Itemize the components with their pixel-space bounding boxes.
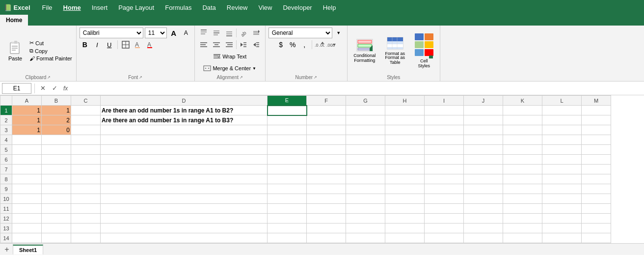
cell-H14[interactable] — [385, 233, 425, 243]
cell-F8[interactable] — [307, 174, 346, 184]
cell-K5[interactable] — [503, 145, 542, 155]
cell-G1[interactable] — [346, 106, 385, 115]
row-header-13[interactable]: 13 — [0, 223, 12, 233]
cell-E10[interactable] — [268, 194, 307, 204]
bold-button[interactable]: B — [80, 39, 90, 50]
cell-F4[interactable] — [307, 135, 346, 145]
cell-A4[interactable] — [12, 135, 42, 145]
font-expand-icon[interactable]: ↗ — [139, 75, 142, 80]
cell-B11[interactable] — [42, 204, 71, 214]
add-sheet-button[interactable]: + — [2, 245, 12, 254]
col-header-E[interactable]: E — [268, 96, 307, 106]
cell-H9[interactable] — [385, 184, 425, 194]
cell-M7[interactable] — [582, 165, 611, 174]
cell-C5[interactable] — [71, 145, 101, 155]
cell-I5[interactable] — [425, 145, 464, 155]
cell-H3[interactable] — [385, 125, 425, 135]
format-as-table-button[interactable]: Format as Format as Table — [381, 35, 409, 66]
cell-H13[interactable] — [385, 223, 425, 233]
cell-K11[interactable] — [503, 204, 542, 214]
cell-F10[interactable] — [307, 194, 346, 204]
middle-align-button[interactable] — [211, 28, 222, 38]
cell-I10[interactable] — [425, 194, 464, 204]
cell-H6[interactable] — [385, 155, 425, 165]
cell-F13[interactable] — [307, 223, 346, 233]
cell-B7[interactable] — [42, 165, 71, 174]
cell-B10[interactable] — [42, 194, 71, 204]
formula-input[interactable] — [72, 83, 642, 94]
tab-home[interactable]: Home — [0, 15, 28, 26]
cell-G4[interactable] — [346, 135, 385, 145]
cell-M5[interactable] — [582, 145, 611, 155]
cell-L2[interactable] — [542, 115, 582, 125]
merge-center-dropdown-icon[interactable]: ▼ — [252, 66, 256, 71]
cell-D6[interactable] — [101, 155, 268, 165]
cell-G8[interactable] — [346, 174, 385, 184]
row-header-6[interactable]: 6 — [0, 155, 12, 165]
cell-C12[interactable] — [71, 214, 101, 223]
clipboard-expand-icon[interactable]: ↗ — [47, 75, 51, 80]
font-size-select[interactable]: 11 — [145, 28, 167, 38]
cell-A10[interactable] — [12, 194, 42, 204]
cut-button[interactable]: ✂ Cut — [28, 39, 73, 47]
cell-J4[interactable] — [464, 135, 503, 145]
sheet-tab-sheet1[interactable]: Sheet1 — [13, 245, 43, 254]
cell-H12[interactable] — [385, 214, 425, 223]
cell-C9[interactable] — [71, 184, 101, 194]
number-format-select[interactable]: General — [268, 28, 332, 38]
number-expand-icon[interactable]: ↗ — [314, 75, 317, 80]
cell-I8[interactable] — [425, 174, 464, 184]
cell-K13[interactable] — [503, 223, 542, 233]
cell-F3[interactable] — [307, 125, 346, 135]
cell-C4[interactable] — [71, 135, 101, 145]
cell-F7[interactable] — [307, 165, 346, 174]
cell-C10[interactable] — [71, 194, 101, 204]
row-header-9[interactable]: 9 — [0, 184, 12, 194]
font-name-select[interactable]: Calibri — [80, 28, 143, 38]
col-header-G[interactable]: G — [346, 96, 385, 106]
menu-formulas[interactable]: Formulas — [163, 3, 193, 12]
cell-K14[interactable] — [503, 233, 542, 243]
cell-G3[interactable] — [346, 125, 385, 135]
cell-B13[interactable] — [42, 223, 71, 233]
spreadsheet-grid[interactable]: ABCDEFGHIJKLM111Are there an odd number … — [0, 95, 644, 243]
cell-H4[interactable] — [385, 135, 425, 145]
right-align-button[interactable] — [223, 39, 235, 50]
menu-view[interactable]: View — [256, 3, 274, 12]
cell-styles-button[interactable]: Cell Styles — [411, 31, 437, 70]
cell-D13[interactable] — [101, 223, 268, 233]
cell-I2[interactable] — [425, 115, 464, 125]
fill-color-button[interactable]: A — [133, 39, 143, 50]
menu-file[interactable]: File — [40, 3, 54, 12]
cell-G9[interactable] — [346, 184, 385, 194]
cell-B2[interactable]: 2 — [42, 115, 71, 125]
cell-M14[interactable] — [582, 233, 611, 243]
cell-M1[interactable] — [582, 106, 611, 115]
cell-H7[interactable] — [385, 165, 425, 174]
row-header-12[interactable]: 12 — [0, 214, 12, 223]
cell-K10[interactable] — [503, 194, 542, 204]
cell-C13[interactable] — [71, 223, 101, 233]
cell-H5[interactable] — [385, 145, 425, 155]
cell-I9[interactable] — [425, 184, 464, 194]
row-header-1[interactable]: 1 — [0, 106, 12, 115]
cell-J10[interactable] — [464, 194, 503, 204]
col-header-K[interactable]: K — [503, 96, 542, 106]
formula-cancel-button[interactable]: ✕ — [38, 84, 48, 93]
cell-M13[interactable] — [582, 223, 611, 233]
cell-L14[interactable] — [542, 233, 582, 243]
alignment-expand-icon[interactable]: ↗ — [240, 75, 243, 80]
cell-J5[interactable] — [464, 145, 503, 155]
col-header-M[interactable]: M — [582, 96, 611, 106]
cell-J8[interactable] — [464, 174, 503, 184]
cell-A13[interactable] — [12, 223, 42, 233]
row-header-11[interactable]: 11 — [0, 204, 12, 214]
cell-G14[interactable] — [346, 233, 385, 243]
cell-D8[interactable] — [101, 174, 268, 184]
cell-B12[interactable] — [42, 214, 71, 223]
col-header-A[interactable]: A — [12, 96, 42, 106]
menu-review[interactable]: Review — [225, 3, 250, 12]
wrap-text-button[interactable]: Wrap Text — [211, 51, 249, 62]
cell-F14[interactable] — [307, 233, 346, 243]
top-align-button[interactable] — [198, 28, 210, 38]
